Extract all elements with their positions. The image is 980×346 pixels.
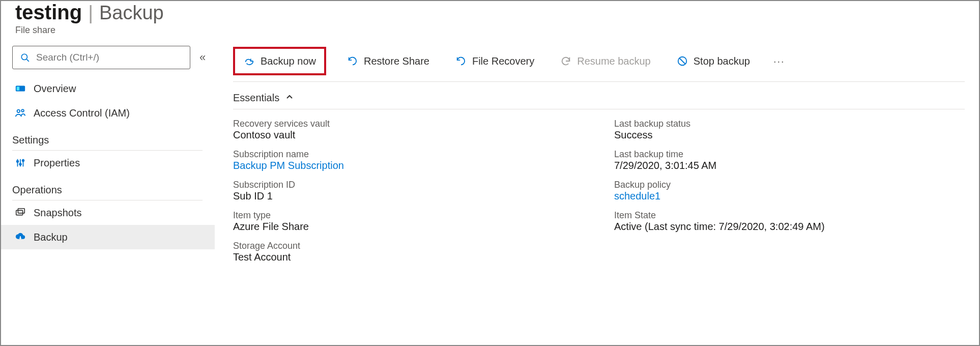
last-backup-status-value: Success [614,129,965,141]
stop-backup-button[interactable]: Stop backup [671,53,755,69]
search-icon [19,51,31,64]
resource-type: File share [15,25,965,36]
restore-share-button[interactable]: Restore Share [341,53,435,69]
sidebar-section-settings: Settings [12,125,203,151]
item-state-label: Item State [614,210,965,221]
sidebar-item-label: Backup [34,232,68,243]
resource-name: testing [15,1,82,24]
svg-point-5 [21,109,24,112]
svg-point-4 [17,110,20,113]
essentials-label: Essentials [233,92,279,104]
main-pane: Backup now Restore Share File Recovery [215,42,979,345]
refresh-icon [560,55,572,67]
tool-label: File Recovery [472,55,534,67]
page-title: testing | Backup [15,1,965,24]
resume-backup-button: Resume backup [555,53,656,69]
undo-icon [455,55,467,67]
file-recovery-button[interactable]: File Recovery [450,53,539,69]
sidebar-search[interactable] [12,46,190,69]
svg-point-10 [19,163,21,165]
sidebar-item-label: Overview [34,83,76,95]
tool-label: Stop backup [694,55,750,67]
backup-now-button[interactable]: Backup now [233,47,326,75]
page-header: testing | Backup File share [1,1,979,42]
subscription-name-label: Subscription name [233,149,584,160]
sidebar-item-overview[interactable]: Overview [1,76,215,101]
tool-label: Resume backup [577,55,651,67]
item-type-label: Item type [233,210,584,221]
title-separator: | [88,2,93,24]
sidebar-section-operations: Operations [12,175,203,200]
svg-line-15 [679,59,685,64]
subscription-id-value: Sub ID 1 [233,190,584,202]
storage-account-label: Storage Account [233,241,584,251]
sidebar-item-backup[interactable]: Backup [1,225,215,249]
backup-policy-label: Backup policy [614,180,965,190]
recovery-vault-value: Contoso vault [233,129,584,141]
access-icon [14,107,26,119]
stop-icon [676,55,688,67]
essentials-right-column: Last backup status Success Last backup t… [614,119,965,268]
overview-icon [14,82,26,95]
sidebar-item-snapshots[interactable]: Snapshots [1,200,215,225]
chevron-up-icon [285,92,294,104]
blade-name: Backup [99,2,164,24]
backup-now-icon [243,55,255,67]
last-backup-time-label: Last backup time [614,149,965,160]
last-backup-status-label: Last backup status [614,119,965,129]
item-type-value: Azure File Share [233,221,584,233]
essentials-panel: Recovery services vault Contoso vault Su… [233,109,965,268]
svg-point-9 [17,160,19,162]
svg-rect-3 [17,86,20,90]
sidebar-item-label: Properties [34,157,80,169]
svg-point-11 [22,160,24,162]
item-state-value: Active (Last sync time: 7/29/2020, 3:02:… [614,221,965,233]
svg-point-0 [21,54,27,60]
sidebar-item-properties[interactable]: Properties [1,151,215,175]
subscription-id-label: Subscription ID [233,180,584,190]
properties-icon [14,157,26,169]
essentials-toggle[interactable]: Essentials [233,82,965,109]
toolbar: Backup now Restore Share File Recovery [233,46,965,82]
backup-icon [14,231,26,243]
essentials-left-column: Recovery services vault Contoso vault Su… [233,119,584,268]
sidebar-item-access-control[interactable]: Access Control (IAM) [1,101,215,125]
subscription-name-link[interactable]: Backup PM Subscription [233,160,584,171]
tool-label: Restore Share [364,55,429,67]
svg-rect-13 [18,209,24,213]
snapshots-icon [14,207,26,219]
last-backup-time-value: 7/29/2020, 3:01:45 AM [614,160,965,171]
sidebar-item-label: Access Control (IAM) [34,107,130,119]
search-input[interactable] [36,52,184,63]
storage-account-value: Test Account [233,251,584,263]
tool-label: Backup now [261,55,316,67]
undo-icon [347,55,359,67]
svg-rect-12 [16,210,23,215]
sidebar-item-label: Snapshots [34,207,82,219]
more-actions-button[interactable]: ··· [770,53,788,69]
recovery-vault-label: Recovery services vault [233,119,584,129]
sidebar: « Overview Access Control (IAM) Settings [1,42,215,345]
backup-policy-link[interactable]: schedule1 [614,190,965,202]
svg-line-1 [26,59,29,62]
collapse-sidebar-button[interactable]: « [197,49,208,66]
